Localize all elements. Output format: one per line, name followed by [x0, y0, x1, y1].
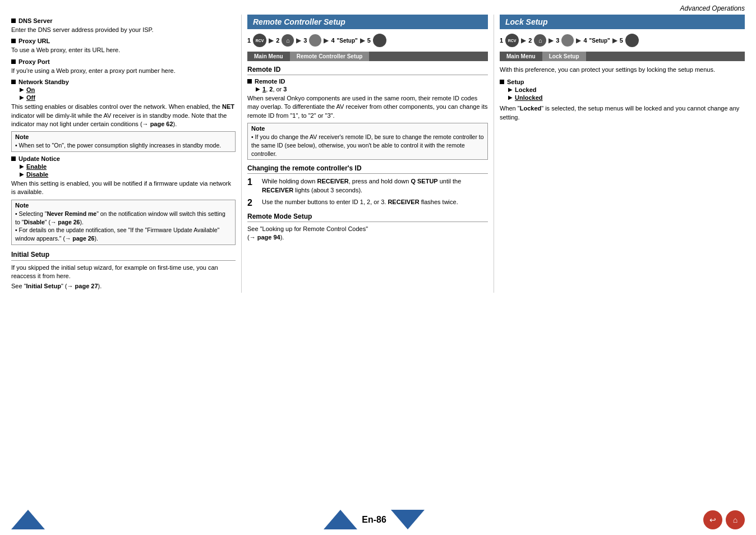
proxy-port-label: Proxy Port: [19, 58, 50, 65]
note-title-1: Note: [15, 133, 232, 140]
lock-step-arrow-1: ▶: [521, 36, 526, 44]
lock-step1-num: 1: [500, 37, 503, 44]
remote-id-title: Remote ID: [247, 66, 488, 75]
step-arrow-1: ▶: [269, 36, 274, 44]
proxy-url-bullet: [11, 39, 16, 43]
lock-breadcrumb: Main Menu Lock Setup: [500, 52, 745, 61]
breadcrumb-sub: Remote Controller Setup: [290, 52, 370, 61]
initial-setup-title: Initial Setup: [11, 251, 236, 261]
lock-step-arrow-2: ▶: [548, 36, 554, 44]
note-title-2: Note: [15, 202, 232, 209]
step2-num: 2: [276, 37, 279, 44]
back-icon: ↩: [709, 515, 716, 524]
remote-id-heading: Remote ID: [247, 78, 488, 85]
locked-label: Locked: [515, 86, 537, 93]
lock-last-icon: [625, 34, 639, 47]
arrow-disable-icon: ▶: [20, 171, 24, 177]
lock-breadcrumb-sub: Lock Setup: [542, 52, 586, 61]
arrow-id-icon: ▶: [256, 86, 260, 92]
page-header: Advanced Operations: [0, 0, 756, 15]
lock-step-arrow-3: ▶: [576, 36, 581, 44]
lock-step5-num: 5: [620, 37, 623, 44]
step-2: 2 Use the number buttons to enter ID 1, …: [247, 198, 488, 208]
update-notice-bullet: [11, 156, 16, 161]
remote-mode-title: Remote Mode Setup: [247, 213, 488, 222]
arrow-off-icon: ▶: [20, 94, 24, 100]
page27-link[interactable]: → page 27: [67, 283, 98, 289]
step-1-circle: 1: [247, 177, 259, 187]
initial-setup-text: If you skipped the initial setup wizard,…: [11, 264, 236, 281]
remote-id-description: When several Onkyo components are used i…: [247, 94, 488, 120]
network-standby-on-label: On: [26, 86, 35, 93]
footer-up-arrow[interactable]: [11, 510, 45, 529]
lock-intro: With this preference, you can protect yo…: [500, 66, 745, 74]
page26-link-1[interactable]: → page 26: [50, 219, 80, 225]
update-notice-enable-label: Enable: [26, 163, 47, 170]
page26-link-2[interactable]: → page 26: [65, 235, 95, 242]
step-arrow-3: ▶: [324, 36, 329, 44]
lock-step2-num: 2: [528, 37, 532, 44]
update-notice-disable: ▶ Disable: [20, 171, 236, 178]
locked-option: ▶ Locked: [508, 86, 745, 93]
update-notice-label: Update Notice: [19, 155, 60, 162]
dial-icon-1: [309, 34, 321, 47]
network-standby-bullet: [11, 80, 16, 84]
back-button[interactable]: ↩: [703, 510, 722, 529]
lock-step-nav: 1 RCV ▶ 2 ⌂ ▶ 3 ▶ 4 "Setup" ▶ 5: [500, 34, 745, 47]
page62-link[interactable]: → page 62: [142, 121, 173, 127]
network-standby-label: Network Standby: [19, 79, 69, 85]
left-column: DNS Server Enter the DNS server address …: [6, 15, 241, 293]
arrow-enable-icon: ▶: [20, 163, 24, 169]
step-2-circle: 2: [247, 198, 259, 208]
arrow-unlocked-icon: ▶: [508, 94, 513, 100]
network-standby-off-label: Off: [26, 94, 35, 101]
remote-mode-text: See "Looking up for Remote Control Codes…: [247, 225, 488, 242]
home-icon: ⌂: [733, 515, 737, 524]
lock-receiver-icon: RCV: [505, 34, 519, 47]
lock-step-arrow-4: ▶: [612, 36, 617, 44]
update-notice-heading: Update Notice: [11, 155, 236, 162]
lock-setup-text: "Setup": [589, 38, 610, 44]
home-button[interactable]: ⌂: [726, 510, 745, 529]
network-standby-off: ▶ Off: [20, 94, 236, 101]
page-number: En-86: [362, 515, 386, 525]
lock-home-icon: ⌂: [534, 34, 546, 47]
update-notice-enable: ▶ Enable: [20, 163, 236, 170]
step-1-body: While holding down RECEIVER, press and h…: [262, 177, 488, 195]
proxy-port-heading: Proxy Port: [11, 58, 236, 65]
right-column: Lock Setup 1 RCV ▶ 2 ⌂ ▶ 3 ▶ 4 "Setup" ▶…: [494, 15, 750, 293]
lock-setup-heading: Setup: [500, 79, 745, 85]
middle-column: Remote Controller Setup 1 RCV ▶ 2 ⌂ ▶ 3 …: [241, 15, 494, 293]
step1-num: 1: [247, 37, 251, 44]
network-standby-heading: Network Standby: [11, 79, 236, 85]
remote-id-bullet: [247, 79, 252, 84]
arrow-on-icon: ▶: [20, 86, 24, 93]
unlocked-option: ▶ Unlocked: [508, 94, 745, 101]
proxy-port-text: If you're using a Web proxy, enter a pro…: [11, 67, 236, 75]
changing-id-title: Changing the remote controller's ID: [247, 164, 488, 174]
step3-num: 3: [303, 37, 307, 44]
unlocked-label: Unlocked: [515, 94, 543, 101]
update-notice-text: When this setting is enabled, you will b…: [11, 179, 236, 197]
step-arrow-2: ▶: [296, 36, 301, 44]
update-notice-disable-label: Disable: [26, 171, 48, 178]
dns-server-text: Enter the DNS server address provided by…: [11, 26, 236, 34]
page94-link[interactable]: → page 94: [250, 234, 280, 241]
step-2-body: Use the number buttons to enter ID 1, 2,…: [262, 198, 458, 206]
proxy-url-text: To use a Web proxy, enter its URL here.: [11, 46, 236, 54]
lock-dial-icon: [561, 34, 574, 47]
lock-setup-bullet: [500, 80, 504, 84]
lock-step3-num: 3: [556, 37, 559, 44]
footer-next-arrow[interactable]: [391, 510, 425, 529]
step4-num: 4: [331, 37, 334, 44]
main-content: DNS Server Enter the DNS server address …: [0, 15, 756, 293]
setup-text-1: "Setup": [337, 38, 358, 44]
dns-server-heading: DNS Server: [11, 17, 236, 24]
step-1: 1 While holding down RECEIVER, press and…: [247, 177, 488, 195]
note-text-3: • If you do change the AV receiver's rem…: [251, 133, 484, 158]
initial-setup-see: See "Initial Setup" (→ page 27).: [11, 282, 236, 290]
page-footer: En-86 ↩ ⌂: [0, 510, 756, 529]
network-standby-note: Note • When set to "On", the power consu…: [11, 131, 236, 152]
footer-prev-arrow[interactable]: [324, 510, 357, 529]
proxy-port-bullet: [11, 59, 16, 64]
